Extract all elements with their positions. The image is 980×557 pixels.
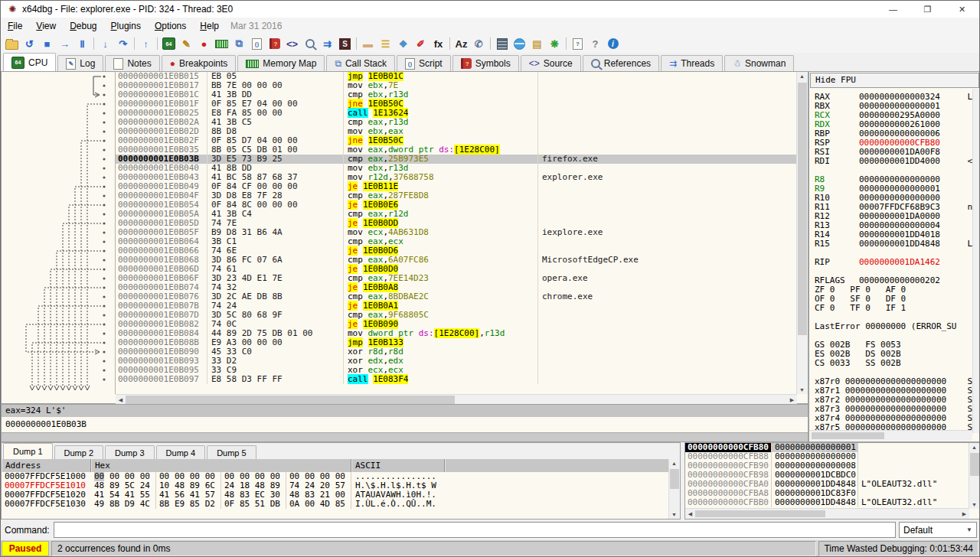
comment-button[interactable]: ❖ — [394, 35, 412, 52]
register-line[interactable]: R150000000001DD4848L — [815, 239, 972, 249]
dump-column-header[interactable]: ASCII — [351, 459, 445, 472]
stack-address: 00000000000CFBB0 — [685, 498, 771, 507]
toolbar-separator — [356, 37, 357, 50]
dump-rows[interactable]: 00007FFDCF5E100000 00 00 0000 00 00 0000… — [2, 472, 680, 509]
dump-tab-dump-4[interactable]: Dump 4 — [156, 445, 206, 459]
stack-row[interactable]: 00000000000CFBB00000000001DD4848L"OLEAUT… — [685, 498, 980, 507]
dump-byte: 8B — [159, 499, 169, 509]
about-button[interactable]: i — [604, 35, 622, 52]
menu-item-plugins[interactable]: Plugins — [104, 18, 148, 34]
donate-button[interactable]: ▤ — [528, 35, 546, 52]
step-over-button[interactable]: ↷ — [114, 35, 132, 52]
dump-tab-dump-1[interactable]: Dump 1 — [3, 443, 53, 459]
breakpoint-button[interactable]: ● — [195, 35, 213, 52]
call-stack-button[interactable]: ⧉ — [230, 35, 248, 52]
tab-call-stack[interactable]: ⧉Call Stack — [326, 55, 395, 71]
register-line[interactable]: LastError 00000000 (ERROR_SU — [815, 322, 972, 331]
stack-horizontal-scrollbar[interactable]: ◀ ▶ — [685, 508, 969, 519]
register-line[interactable]: RDI0000000001DD4000< — [815, 157, 972, 166]
step-into-button[interactable]: ↓ — [96, 35, 114, 52]
disasm-horizontal-scrollbar[interactable]: ◀ ▶ — [116, 394, 797, 405]
minimize-button[interactable]: — — [876, 1, 910, 18]
memory-map-button[interactable] — [213, 35, 230, 52]
tab-cpu[interactable]: 64CPU — [3, 53, 56, 71]
tab-log[interactable]: ✎Log — [57, 55, 103, 71]
register-line[interactable]: CS 0033 SS 002B — [815, 359, 972, 368]
internet-button[interactable] — [511, 35, 528, 52]
tab-references[interactable]: References — [583, 55, 659, 71]
register-line[interactable]: CF 0 TF 0 IF 1 — [815, 304, 972, 313]
maximize-button[interactable]: ❐ — [910, 1, 945, 18]
registers-horizontal-scrollbar[interactable] — [810, 430, 972, 441]
close-button[interactable]: ✕ — [945, 1, 979, 18]
patch-button[interactable]: ▬ — [359, 35, 377, 52]
menu-item-help[interactable]: Help — [193, 18, 226, 34]
manual-button[interactable]: ? — [569, 35, 586, 52]
register-text: CF 0 TF 0 IF 1 — [815, 303, 906, 313]
stack-vertical-scrollbar[interactable]: ▲ ▼ — [969, 443, 980, 509]
symbols-button[interactable]: ? — [266, 35, 283, 52]
registers-list[interactable]: RAX0000000000000324LRBX0000000000000001R… — [810, 90, 972, 432]
fx-button[interactable]: fx — [430, 35, 447, 52]
build-date: Mar 31 2016 — [226, 21, 282, 31]
report-bug-button[interactable]: ❋ — [546, 35, 564, 52]
dump-column-header[interactable]: Hex — [91, 459, 351, 472]
dump-tab-dump-3[interactable]: Dump 3 — [105, 445, 155, 459]
tab-breakpoints[interactable]: ●Breakpoints — [162, 55, 237, 71]
hide-fpu-button[interactable]: Hide FPU — [810, 73, 979, 88]
command-profile-dropdown[interactable]: Default ▼ — [899, 522, 977, 538]
instruction-comment: opera.exe — [538, 274, 797, 283]
dump-vertical-scrollbar[interactable]: ▲ ▼ — [668, 459, 680, 519]
disasm-vertical-scrollbar[interactable]: ▲ ▼ — [796, 72, 808, 394]
tab-notes[interactable]: Notes — [105, 55, 159, 71]
assemble-button[interactable]: Aᴢ — [452, 35, 470, 52]
tab-threads[interactable]: ⇉Threads — [661, 55, 723, 71]
dump-column-header[interactable]: Address — [2, 459, 91, 472]
cpu-button[interactable]: 64 — [160, 35, 178, 52]
run-button[interactable]: → — [56, 35, 74, 52]
instruction-comment — [538, 301, 797, 311]
dump-tab-dump-5[interactable]: Dump 5 — [207, 445, 256, 459]
snowman-button[interactable]: S — [336, 35, 354, 52]
restart-button[interactable]: ↺ — [21, 35, 38, 52]
open-file-button[interactable] — [3, 35, 21, 52]
calculator-button[interactable] — [493, 35, 511, 52]
memory-map-icon — [215, 40, 228, 48]
references-button[interactable] — [301, 35, 318, 52]
tab-snowman[interactable]: ☃Snowman — [724, 55, 794, 71]
pause-button[interactable]: Ⅱ — [74, 35, 91, 52]
menu-item-debug[interactable]: Debug — [63, 18, 103, 34]
register-line[interactable]: RIP0000000001DA1462 — [815, 258, 972, 267]
source-tab-icon: <> — [529, 58, 540, 69]
highlight-button[interactable]: ✐ — [412, 35, 430, 52]
patches-button[interactable]: ☰ — [377, 35, 394, 52]
dump-row[interactable]: 00007FFDCF5E103049 8B D9 4C8B E9 85 D20F… — [2, 500, 680, 509]
registers-vertical-scrollbar[interactable] — [972, 89, 980, 433]
tab-source[interactable]: <>Source — [521, 55, 581, 71]
tab-script[interactable]: ()Script — [397, 55, 451, 71]
disassembly-pane[interactable]: 0000000001E0B015EB 05jmp 1E0B01C00000000… — [1, 71, 808, 404]
info-scroll-strip[interactable] — [2, 432, 808, 441]
stop-button[interactable]: ■ — [38, 35, 56, 52]
step-out-button[interactable]: ↑ — [137, 35, 155, 52]
stack-rows[interactable]: 00000000000CFB80000000000000000100000000… — [685, 443, 980, 507]
dump-byte: 85 — [240, 499, 250, 509]
script-button[interactable]: () — [248, 35, 266, 52]
menu-item-options[interactable]: Options — [148, 18, 193, 34]
breakpoints-tab-icon: ● — [170, 58, 175, 69]
dump-byte: 85 — [190, 499, 200, 509]
attach-button[interactable]: ✆ — [470, 35, 488, 52]
dump-tab-dump-2[interactable]: Dump 2 — [54, 445, 104, 459]
info-selected-line[interactable]: eax=324 L'$' — [2, 405, 808, 417]
menu-item-view[interactable]: View — [29, 18, 63, 34]
tab-memory-map[interactable]: Memory Map — [237, 55, 325, 71]
menu-item-file[interactable]: File — [1, 18, 29, 34]
disasm-row[interactable]: 0000000001E0B097E8 58 D3 FF FFcall 1E083… — [116, 375, 797, 384]
faq-button[interactable]: ? — [586, 35, 604, 52]
status-bar: Paused 2 occurrences found in 0ms Time W… — [1, 540, 979, 556]
tab-symbols[interactable]: ?Symbols — [452, 55, 519, 71]
log-button[interactable]: ✎ — [178, 35, 195, 52]
command-input[interactable] — [54, 522, 896, 538]
threads-button[interactable]: ⇉ — [318, 35, 336, 52]
source-button[interactable]: <> — [283, 35, 301, 52]
